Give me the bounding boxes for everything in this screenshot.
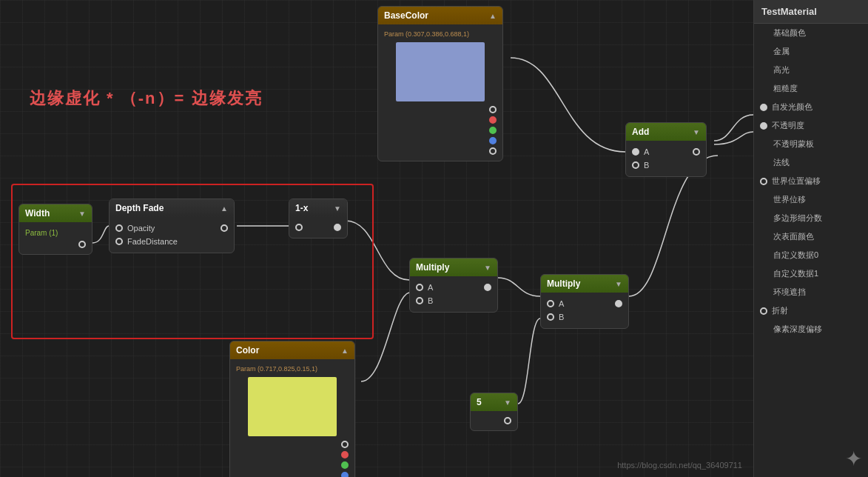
node-basecolor-white-pin-row [378,104,502,115]
node-five-title: 5 [477,397,482,407]
panel-item-12[interactable]: 自定义数据0 [754,246,868,264]
node-color-white-pin [341,441,349,448]
node-basecolor-preview [396,42,485,101]
node-five-out-row [471,416,517,426]
panel-item-3[interactable]: 粗糙度 [754,79,868,98]
node-oneminusx-title: 1-x [295,203,308,213]
panel-pin-5 [760,122,767,130]
node-depth-fade-opacity-out-pin [221,224,228,232]
node-add[interactable]: Add ▼ A B [625,122,707,177]
panel-item-15[interactable]: 折射 [754,301,868,320]
node-width-chevron: ▼ [78,210,86,218]
node-add-header: Add ▼ [626,123,706,141]
node-add-b-row: B [626,159,706,172]
panel-label-4: 自发光颜色 [772,101,813,113]
node-depth-fade-fadedist-pin [115,238,123,245]
panel-item-11[interactable]: 次表面颜色 [754,227,868,246]
node-add-title: Add [632,127,649,137]
node-width-subtitle-row: Param (1) [19,227,92,239]
node-oneminusx-io-row [289,221,347,233]
node-color-red-pin [341,451,349,458]
node-oneminusx-in-pin [295,224,303,231]
node-color[interactable]: Color ▲ Param (0.717,0.825,0.15,1) [229,341,355,477]
node-multiply2-header: Multiply ▼ [541,275,628,293]
node-multiply2-b-in-pin [547,313,554,321]
node-basecolor[interactable]: BaseColor ▲ Param (0.307,0.386,0.688,1) [377,6,503,161]
node-oneminusx-chevron: ▼ [334,204,341,213]
panel-label-8: 世界位置偏移 [772,176,821,187]
node-multiply2-title: Multiply [547,278,580,289]
node-multiply2-body: A B [541,293,628,328]
node-add-a-label: A [644,147,649,156]
panel-item-6[interactable]: 不透明蒙板 [754,135,868,153]
panel-item-10[interactable]: 多边形细分数 [754,209,868,227]
node-depth-fade-chevron: ▲ [221,204,228,213]
panel-pin-8 [760,178,767,185]
node-oneminusx-out-pin [334,224,341,231]
node-multiply-2[interactable]: Multiply ▼ A B [540,274,629,329]
node-five-chevron: ▼ [504,398,511,407]
node-add-b-in-pin [632,161,639,169]
node-width-output-pin [78,241,86,248]
node-multiply1-body: A B [410,276,497,312]
panel-item-9[interactable]: 世界位移 [754,190,868,209]
panel-item-16[interactable]: 像素深度偏移 [754,320,868,338]
panel-label-6: 不透明蒙板 [773,139,814,150]
node-add-a-in-pin [632,148,639,156]
panel-label-5: 不透明度 [772,120,804,131]
node-multiply1-title: Multiply [416,262,449,273]
panel-label-11: 次表面颜色 [773,231,814,242]
node-color-blue-pin [341,472,349,477]
node-basecolor-green-pin-row [378,125,502,136]
panel-item-8[interactable]: 世界位置偏移 [754,172,868,190]
panel-label-15: 折射 [772,305,788,316]
node-multiply1-chevron: ▼ [484,264,491,272]
node-color-red-pin-row [230,450,354,460]
node-multiply1-out-pin [484,284,491,291]
node-color-header: Color ▲ [230,341,354,359]
panel-label-1: 金属 [773,46,790,57]
panel-item-5[interactable]: 不透明度 [754,116,868,135]
right-panel: TestMaterial 基础颜色金属高光粗糙度自发光颜色不透明度不透明蒙板法线… [753,0,868,477]
panel-pin-4 [760,104,767,111]
node-five-out-pin [504,417,511,424]
annotation-text: 边缘虚化 * （-n）= 边缘发亮 [30,87,263,110]
node-multiply1-b-label: B [428,296,433,305]
node-width-header: Width ▼ [19,204,92,222]
node-color-green-pin-row [230,460,354,470]
node-multiply2-out-pin [615,300,622,307]
node-multiply2-b-row: B [541,310,628,324]
panel-label-12: 自定义数据0 [773,250,818,261]
node-depth-fade[interactable]: Depth Fade ▲ Opacity FadeDistance [109,199,235,253]
node-five[interactable]: 5 ▼ [470,393,518,431]
node-oneminusx-body [289,217,347,238]
node-width-output-row [19,239,92,250]
node-depth-fade-header: Depth Fade ▲ [110,199,234,217]
panel-item-2[interactable]: 高光 [754,61,868,79]
panel-item-0[interactable]: 基础颜色 [754,24,868,42]
node-multiply1-b-row: B [410,294,497,307]
node-depth-fade-opacity-in-pin [115,224,123,232]
node-basecolor-alpha-pin-row [378,146,502,156]
node-multiply-1[interactable]: Multiply ▼ A B [409,258,498,313]
node-multiply2-b-label: B [559,313,564,321]
node-width[interactable]: Width ▼ Param (1) [18,204,92,255]
node-color-white-pin-row [230,439,354,450]
node-width-subtitle: Param (1) [25,229,58,237]
node-basecolor-red-pin [489,116,497,124]
node-multiply2-a-in-pin [547,300,554,307]
panel-label-10: 多边形细分数 [773,213,822,224]
node-basecolor-blue-pin-row [378,136,502,146]
panel-item-13[interactable]: 自定义数据1 [754,264,868,283]
node-depth-fade-body: Opacity FadeDistance [110,217,234,253]
node-color-body: Param (0.717,0.825,0.15,1) [230,359,354,477]
node-one-minus-x[interactable]: 1-x ▼ [289,199,348,238]
node-color-subtitle: Param (0.717,0.825,0.15,1) [230,364,354,374]
node-basecolor-red-pin-row [378,115,502,125]
panel-item-4[interactable]: 自发光颜色 [754,98,868,116]
panel-item-14[interactable]: 环境遮挡 [754,283,868,301]
node-depth-fade-fadedist-row: FadeDistance [110,235,234,248]
panel-item-7[interactable]: 法线 [754,153,868,172]
panel-label-13: 自定义数据1 [773,268,818,279]
panel-item-1[interactable]: 金属 [754,42,868,61]
